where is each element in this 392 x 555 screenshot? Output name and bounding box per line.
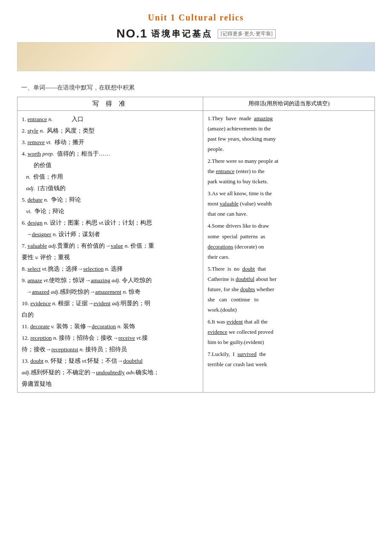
- entry-13b: adj.感到怀疑的；不确定的→undoubtedly adv.确实地；: [22, 367, 199, 378]
- page: Unit 1 Cultural relics NO.1 语境串记基点 [记得更多…: [0, 0, 392, 555]
- unit-title: Unit 1 Cultural relics: [17, 13, 375, 23]
- entry-3: 3. remove vt. 移动；搬开: [22, 136, 199, 148]
- entry-12b: 待；接收→receptionist n. 接待员；招待员: [22, 344, 199, 355]
- entry-4b: n. 价值；作用: [22, 171, 199, 182]
- left-content: 1. entrance n. 入口 2. style n. 风格；风度；类型 3…: [22, 113, 199, 390]
- entry-9: 9. amaze vt.使吃惊；惊讶→amazing adj. 令人吃惊的: [22, 275, 199, 286]
- entry-7b: 要性 v. 评价；重视: [22, 251, 199, 263]
- right-content: 1.They have made amazing (amaze) achieve…: [208, 113, 370, 370]
- entry-13c: 毋庸置疑地: [22, 378, 199, 390]
- section-title: 一、单词——在语境中默写，在联想中积累: [21, 84, 375, 92]
- entry-5b: vi. 争论；辩论: [22, 205, 199, 217]
- right-item-4: 4.Some drivers like to draw some special…: [208, 221, 370, 262]
- right-item-7: 7.Luckily, I survived the terrible car c…: [208, 349, 370, 370]
- entry-8: 8. select vt.挑选；选择→selection n. 选择: [22, 263, 199, 275]
- no1-subtitle: 语境串记基点: [151, 28, 213, 40]
- entry-1: 1. entrance n. 入口: [22, 113, 199, 125]
- no1-label: NO.1: [116, 27, 147, 40]
- entry-4a: 的价值: [22, 159, 199, 171]
- no1-tag: [记得更多·更久·更牢靠]: [218, 29, 276, 38]
- left-content-cell: 1. entrance n. 入口 2. style n. 风格；风度；类型 3…: [17, 111, 203, 393]
- right-item-2: 2.There were so many people at the entra…: [208, 156, 370, 187]
- entry-6b: →designer n. 设计师；谋划者: [22, 228, 199, 240]
- col-right-header: 用得活(用所给词的适当形式填空): [203, 97, 375, 111]
- entry-13: 13. doubt n. 怀疑；疑感 vt.怀疑；不信→doubtful: [22, 355, 199, 367]
- entry-2: 2. style n. 风格；风度；类型: [22, 125, 199, 136]
- entry-11: 11. decorate v. 装饰；装修→decoration n. 装饰: [22, 321, 199, 332]
- main-table: 写 得 准 用得活(用所给词的适当形式填空) 1. entrance n. 入口…: [17, 97, 375, 393]
- right-item-3: 3.As we all know, time is the most valua…: [208, 188, 370, 219]
- no1-banner: NO.1 语境串记基点 [记得更多·更久·更牢靠]: [17, 27, 375, 40]
- entry-12: 12. reception n. 接待；招待会；接收→receive vt.接: [22, 332, 199, 344]
- entry-10: 10. evidence n. 根据；证据→evident adj.明显的；明: [22, 298, 199, 309]
- right-item-5: 5.There is no doubt that Catherine is do…: [208, 264, 370, 315]
- right-item-1: 1.They have made amazing (amaze) achieve…: [208, 113, 370, 154]
- entry-5: 5. debate n. 争论；辩论: [22, 194, 199, 205]
- col-left-header: 写 得 准: [17, 97, 203, 111]
- right-item-6: 6.It was evident that all the evidence w…: [208, 317, 370, 347]
- entry-4c: adj. [古]值钱的: [22, 182, 199, 194]
- entry-9b: →amazed adj.感到吃惊的→amazement n. 惊奇: [22, 286, 199, 298]
- entry-7: 7. valuable adj.贵重的；有价值的→value n. 价值；重: [22, 240, 199, 251]
- right-content-cell: 1.They have made amazing (amaze) achieve…: [203, 111, 375, 393]
- banner-image: [17, 42, 375, 71]
- entry-10b: 白的: [22, 309, 199, 321]
- entry-6: 6. design n. 设计；图案；构思 vt.设计；计划；构思: [22, 217, 199, 228]
- entry-4: 4. worth prep. 值得的；相当于……: [22, 148, 199, 159]
